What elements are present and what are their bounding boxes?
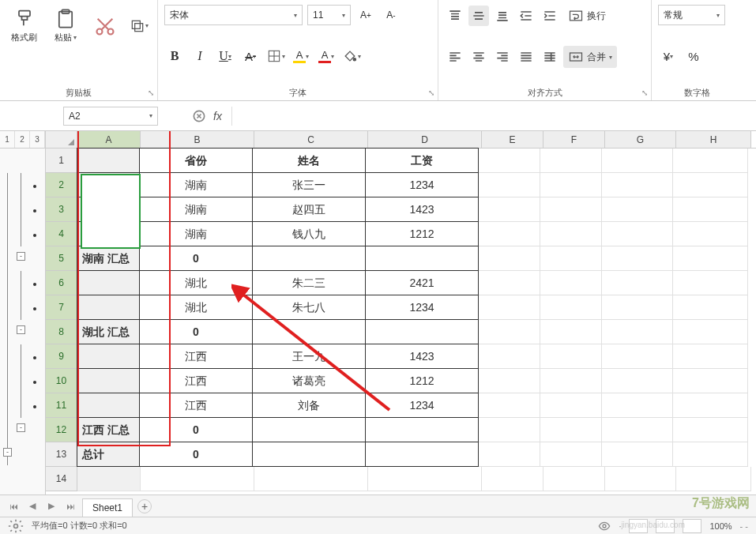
- align-left-button[interactable]: [445, 47, 465, 67]
- cell[interactable]: [602, 197, 673, 222]
- cell[interactable]: [676, 467, 751, 491]
- cell[interactable]: 1234: [365, 295, 479, 320]
- cell[interactable]: [605, 467, 676, 491]
- cell[interactable]: [77, 467, 141, 491]
- add-sheet-button[interactable]: +: [137, 499, 152, 513]
- cell[interactable]: [540, 295, 602, 320]
- cell[interactable]: [673, 149, 748, 173]
- cell[interactable]: [543, 467, 605, 491]
- cell[interactable]: [540, 344, 602, 369]
- highlight-button[interactable]: A▾: [291, 46, 311, 66]
- cell[interactable]: 工资: [365, 148, 479, 173]
- cell[interactable]: [602, 320, 673, 344]
- cell[interactable]: [77, 221, 140, 246]
- cell[interactable]: [77, 148, 140, 173]
- row-header[interactable]: 11: [46, 393, 77, 418]
- cell[interactable]: 江西: [139, 368, 253, 393]
- col-header-F[interactable]: F: [543, 131, 605, 148]
- cell[interactable]: [673, 271, 748, 295]
- cell[interactable]: 朱七八: [252, 295, 366, 320]
- cell[interactable]: [673, 418, 748, 442]
- number-format-select[interactable]: 常规 ▾: [658, 5, 725, 25]
- cell[interactable]: [479, 173, 540, 197]
- cell[interactable]: [479, 149, 540, 173]
- cell[interactable]: [602, 222, 673, 246]
- cell[interactable]: [673, 442, 748, 467]
- outline-collapse[interactable]: -: [17, 325, 25, 334]
- cell[interactable]: [252, 417, 366, 442]
- row-header[interactable]: 13: [46, 442, 77, 467]
- cell[interactable]: [673, 246, 748, 271]
- cell[interactable]: [602, 295, 673, 320]
- outline-collapse[interactable]: -: [17, 423, 25, 432]
- cell[interactable]: 1423: [365, 344, 479, 369]
- row-header[interactable]: 7: [46, 295, 77, 320]
- cell[interactable]: [602, 418, 673, 442]
- cell[interactable]: 姓名: [252, 148, 366, 173]
- cell[interactable]: 1234: [365, 172, 479, 197]
- cell[interactable]: 湖北: [139, 270, 253, 295]
- outline-collapse[interactable]: -: [3, 448, 12, 457]
- cell[interactable]: [540, 173, 602, 197]
- cell[interactable]: [77, 270, 140, 295]
- cell[interactable]: [602, 369, 673, 393]
- cell[interactable]: [479, 320, 540, 344]
- cell[interactable]: [365, 442, 479, 467]
- font-name-select[interactable]: 宋体 ▾: [164, 5, 303, 25]
- cell[interactable]: [540, 271, 602, 295]
- col-header-D[interactable]: D: [368, 131, 482, 148]
- cell[interactable]: [602, 173, 673, 197]
- cell[interactable]: [673, 344, 748, 369]
- cell[interactable]: [479, 246, 540, 271]
- cell[interactable]: [673, 369, 748, 393]
- cell[interactable]: [479, 222, 540, 246]
- row-header[interactable]: 4: [46, 222, 77, 246]
- cell[interactable]: [540, 246, 602, 271]
- cell[interactable]: 湖南 汇总: [77, 246, 140, 271]
- col-header-E[interactable]: E: [482, 131, 543, 148]
- cell[interactable]: 1423: [365, 197, 479, 222]
- increase-font-button[interactable]: A+: [355, 5, 376, 25]
- cell[interactable]: [540, 149, 602, 173]
- cell[interactable]: [602, 246, 673, 271]
- sheet-tab[interactable]: Sheet1: [82, 498, 133, 517]
- view-page[interactable]: [656, 519, 675, 533]
- col-header-B[interactable]: B: [141, 131, 254, 148]
- font-size-select[interactable]: 11 ▾: [307, 5, 351, 25]
- cell[interactable]: [540, 393, 602, 418]
- cancel-icon[interactable]: [191, 108, 207, 124]
- cut-button[interactable]: [89, 12, 121, 40]
- row-header[interactable]: 14: [46, 467, 77, 491]
- tab-first[interactable]: ⏮: [6, 499, 21, 513]
- settings-icon[interactable]: [8, 518, 24, 534]
- cell[interactable]: [673, 295, 748, 320]
- cell[interactable]: [540, 442, 602, 467]
- cell[interactable]: [673, 197, 748, 222]
- cell[interactable]: [482, 467, 543, 491]
- cell[interactable]: [673, 173, 748, 197]
- cell[interactable]: [479, 197, 540, 222]
- cell[interactable]: 0: [139, 319, 253, 344]
- expand-icon[interactable]: ⤡: [148, 88, 154, 97]
- cell[interactable]: [365, 319, 479, 344]
- eye-icon[interactable]: [598, 520, 611, 532]
- col-header-C[interactable]: C: [254, 131, 368, 148]
- cell[interactable]: [252, 246, 366, 271]
- cell[interactable]: 江西 汇总: [77, 417, 140, 442]
- cell[interactable]: [602, 271, 673, 295]
- outline-level-1[interactable]: 1: [0, 131, 15, 148]
- cell[interactable]: 湖北 汇总: [77, 319, 140, 344]
- cell[interactable]: [365, 246, 479, 271]
- paste-button[interactable]: 粘贴▾: [50, 5, 81, 47]
- row-header[interactable]: 8: [46, 320, 77, 344]
- format-painter-button[interactable]: 格式刷: [6, 5, 42, 47]
- cell[interactable]: [252, 442, 366, 467]
- cell[interactable]: 诸葛亮: [252, 368, 366, 393]
- cell[interactable]: [479, 393, 540, 418]
- cell[interactable]: [602, 344, 673, 369]
- increase-indent-button[interactable]: [540, 6, 560, 26]
- cell[interactable]: [254, 467, 368, 491]
- cell[interactable]: [479, 295, 540, 320]
- bold-button[interactable]: B: [164, 46, 185, 66]
- cell[interactable]: [540, 418, 602, 442]
